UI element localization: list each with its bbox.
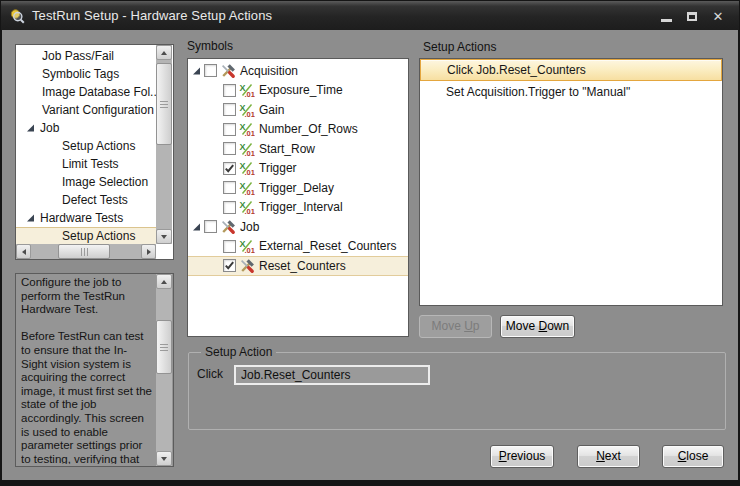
symbol-item-label: Reset_Counters bbox=[259, 259, 346, 273]
nav-scroll-left-button[interactable] bbox=[16, 244, 31, 259]
triangle-expanded-icon[interactable] bbox=[26, 123, 36, 133]
numeric-parameter-icon: X.01 bbox=[239, 102, 255, 118]
symbol-item-exposure-time[interactable]: X.01Exposure_Time bbox=[188, 81, 408, 101]
move-up-button[interactable]: Move Up bbox=[419, 315, 492, 338]
symbol-item-trigger-delay[interactable]: X.01Trigger_Delay bbox=[188, 178, 408, 198]
dialog-body: Job Pass/FailSymbolic TagsImage Database… bbox=[2, 30, 738, 480]
symbol-item-gain[interactable]: X.01Gain bbox=[188, 100, 408, 120]
nav-item-variant-configuration[interactable]: Variant Configuration bbox=[16, 101, 156, 119]
triangle-expanded-icon[interactable] bbox=[26, 213, 36, 223]
description-scroll-up-button[interactable] bbox=[156, 274, 172, 289]
previous-button[interactable]: Previous bbox=[490, 445, 554, 468]
checkbox[interactable] bbox=[223, 259, 236, 272]
arrow-right-icon bbox=[147, 249, 151, 255]
checkbox[interactable] bbox=[223, 181, 236, 194]
action-list-item[interactable]: Set Acquisition.Trigger to "Manual" bbox=[420, 81, 722, 103]
checkbox[interactable] bbox=[223, 240, 236, 253]
symbol-item-trigger[interactable]: X.01Trigger bbox=[188, 159, 408, 179]
action-type-label: Click bbox=[197, 367, 223, 381]
close-button[interactable]: ✕ bbox=[705, 5, 731, 27]
nav-item-job[interactable]: Job bbox=[16, 119, 156, 137]
setup-actions-section-label: Setup Actions bbox=[423, 40, 496, 54]
nav-scroll-right-button[interactable] bbox=[141, 244, 156, 259]
symbol-item-trigger-interval[interactable]: X.01Trigger_Interval bbox=[188, 198, 408, 218]
nav-scroll-up-button[interactable] bbox=[156, 45, 172, 60]
nav-item-job-pass-fail[interactable]: Job Pass/Fail bbox=[16, 47, 156, 65]
checkbox[interactable] bbox=[223, 103, 236, 116]
checkbox[interactable] bbox=[223, 201, 236, 214]
checkbox[interactable] bbox=[223, 162, 236, 175]
titlebar[interactable]: TestRun Setup - Hardware Setup Actions ✕ bbox=[1, 1, 739, 30]
setup-actions-list: Click Job.Reset_CountersSet Acquisition.… bbox=[419, 58, 723, 306]
tools-icon bbox=[239, 258, 255, 274]
nav-item-label: Image Database Fol... bbox=[42, 85, 156, 99]
arrow-up-icon bbox=[161, 51, 167, 55]
tools-icon bbox=[220, 63, 236, 79]
description-vscroll-thumb[interactable] bbox=[156, 320, 172, 374]
numeric-parameter-icon: X.01 bbox=[239, 141, 255, 157]
triangle-expanded-icon[interactable] bbox=[192, 222, 202, 232]
nav-item-label: Image Selection bbox=[62, 175, 148, 189]
symbol-item-label: Exposure_Time bbox=[259, 83, 343, 97]
symbols-section-label: Symbols bbox=[187, 39, 233, 53]
nav-scroll-down-button[interactable] bbox=[156, 229, 172, 244]
nav-item-hardware-tests[interactable]: Hardware Tests bbox=[16, 209, 156, 227]
checkbox[interactable] bbox=[204, 220, 217, 233]
symbol-item-label: Trigger_Delay bbox=[259, 181, 334, 195]
symbol-item-external-reset-counters[interactable]: X.01External_Reset_Counters bbox=[188, 237, 408, 257]
nav-item-label: Hardware Tests bbox=[40, 211, 123, 225]
checkbox[interactable] bbox=[223, 142, 236, 155]
description-scroll-down-button[interactable] bbox=[156, 451, 172, 466]
numeric-parameter-icon: X.01 bbox=[239, 82, 255, 98]
triangle-expanded-icon[interactable] bbox=[192, 66, 202, 76]
checkbox[interactable] bbox=[204, 64, 217, 77]
nav-item-defect-tests[interactable]: Defect Tests bbox=[16, 191, 156, 209]
nav-item-label: Setup Actions bbox=[62, 229, 135, 243]
numeric-parameter-icon: X.01 bbox=[239, 199, 255, 215]
app-magnifier-icon bbox=[9, 8, 25, 24]
minimize-button[interactable] bbox=[653, 5, 679, 27]
minimize-icon bbox=[661, 19, 672, 22]
nav-item-setup-actions[interactable]: Setup Actions bbox=[16, 227, 156, 244]
action-list-item[interactable]: Click Job.Reset_Counters bbox=[420, 59, 722, 81]
symbol-item-number-of-rows[interactable]: X.01Number_Of_Rows bbox=[188, 120, 408, 140]
scroll-grip-icon bbox=[160, 344, 168, 351]
checkbox[interactable] bbox=[223, 84, 236, 97]
maximize-button[interactable] bbox=[679, 5, 705, 27]
nav-item-setup-actions[interactable]: Setup Actions bbox=[16, 137, 156, 155]
checkbox[interactable] bbox=[223, 123, 236, 136]
nav-item-image-database-fol[interactable]: Image Database Fol... bbox=[16, 83, 156, 101]
nav-item-limit-tests[interactable]: Limit Tests bbox=[16, 155, 156, 173]
nav-vscroll-thumb[interactable] bbox=[156, 63, 172, 145]
description-paragraph: Before TestRun can test to ensure that t… bbox=[21, 330, 153, 464]
description-box: Configure the job to perform the TestRun… bbox=[15, 273, 174, 467]
arrow-left-icon bbox=[22, 249, 26, 255]
numeric-parameter-icon: X.01 bbox=[239, 160, 255, 176]
symbol-item-reset-counters[interactable]: Reset_Counters bbox=[188, 256, 408, 276]
nav-item-label: Job Pass/Fail bbox=[42, 49, 114, 63]
symbol-item-label: Gain bbox=[259, 103, 284, 117]
nav-item-image-selection[interactable]: Image Selection bbox=[16, 173, 156, 191]
nav-item-symbolic-tags[interactable]: Symbolic Tags bbox=[16, 65, 156, 83]
close-wizard-button[interactable]: Close bbox=[662, 445, 724, 468]
window-controls: ✕ bbox=[653, 5, 731, 27]
symbol-item-label: External_Reset_Counters bbox=[259, 239, 396, 253]
window-title: TestRun Setup - Hardware Setup Actions bbox=[32, 8, 272, 23]
symbol-item-label: Job bbox=[240, 220, 259, 234]
svg-text:.01: .01 bbox=[245, 149, 255, 157]
numeric-parameter-icon: X.01 bbox=[239, 238, 255, 254]
next-button[interactable]: Next bbox=[577, 445, 640, 468]
move-down-button[interactable]: Move Down bbox=[500, 315, 575, 338]
symbols-tree: AcquisitionX.01Exposure_TimeX.01GainX.01… bbox=[187, 58, 409, 337]
nav-item-label: Job bbox=[40, 121, 59, 135]
nav-hscroll-thumb[interactable] bbox=[58, 244, 110, 259]
tools-icon bbox=[220, 219, 236, 235]
svg-text:.01: .01 bbox=[245, 129, 255, 137]
setup-action-value-field[interactable]: Job.Reset_Counters bbox=[234, 365, 430, 385]
description-paragraph: Configure the job to perform the TestRun… bbox=[21, 276, 153, 317]
symbol-item-start-row[interactable]: X.01Start_Row bbox=[188, 139, 408, 159]
symbol-item-label: Trigger_Interval bbox=[259, 200, 343, 214]
symbol-item-label: Trigger bbox=[259, 161, 297, 175]
symbol-item-acquisition[interactable]: Acquisition bbox=[188, 61, 408, 81]
symbol-item-job[interactable]: Job bbox=[188, 217, 408, 237]
